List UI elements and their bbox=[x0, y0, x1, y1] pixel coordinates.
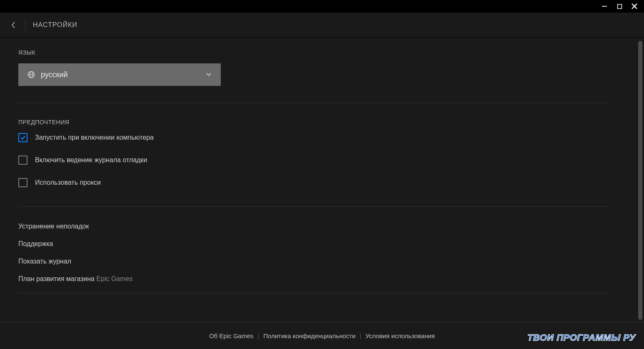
divider bbox=[18, 103, 610, 103]
link-label: Поддержка bbox=[18, 240, 53, 247]
header-divider bbox=[25, 20, 25, 30]
scrollbar-thumb[interactable] bbox=[638, 41, 642, 320]
app-window: НАСТРОЙКИ ЯЗЫК русский ПРЕДПОЧТЕНИЯ bbox=[0, 0, 644, 349]
footer-divider: | bbox=[257, 332, 259, 339]
pref-row-startup: Запустить при включении компьютера bbox=[18, 133, 623, 142]
link-support[interactable]: Поддержка bbox=[18, 240, 623, 248]
chevron-left-icon bbox=[11, 21, 16, 29]
divider bbox=[18, 293, 610, 293]
chevron-down-icon bbox=[206, 71, 212, 78]
footer-terms-link[interactable]: Условия использования bbox=[365, 332, 435, 339]
link-label: Устранение неполадок bbox=[18, 223, 89, 230]
footer: Об Epic Games | Политика конфиденциально… bbox=[0, 322, 644, 349]
divider bbox=[18, 206, 610, 207]
titlebar bbox=[0, 0, 644, 13]
settings-content: ЯЗЫК русский ПРЕДПОЧТЕНИЯ Запустить при … bbox=[0, 38, 644, 349]
footer-about-link[interactable]: Об Epic Games bbox=[209, 332, 253, 339]
content-wrapper: ЯЗЫК русский ПРЕДПОЧТЕНИЯ Запустить при … bbox=[0, 38, 644, 349]
pref-label: Запустить при включении компьютера bbox=[35, 134, 154, 141]
checkbox-proxy[interactable] bbox=[18, 178, 27, 187]
pref-label: Использовать прокси bbox=[35, 179, 101, 186]
footer-divider: | bbox=[359, 332, 361, 339]
pref-row-debug-log: Включить ведение журнала отладки bbox=[18, 156, 623, 165]
checkbox-debug-log[interactable] bbox=[18, 156, 27, 165]
check-icon bbox=[20, 135, 26, 141]
page-header: НАСТРОЙКИ bbox=[0, 13, 644, 38]
globe-icon bbox=[27, 71, 35, 78]
language-dropdown[interactable]: русский bbox=[18, 63, 221, 86]
pref-row-proxy: Использовать прокси bbox=[18, 178, 623, 187]
close-icon bbox=[631, 3, 638, 10]
language-section-label: ЯЗЫК bbox=[18, 49, 623, 56]
minimize-icon bbox=[602, 3, 607, 9]
footer-privacy-link[interactable]: Политика конфиденциальности bbox=[263, 332, 355, 339]
back-button[interactable] bbox=[7, 19, 19, 31]
link-roadmap[interactable]: План развития магазина Epic Games bbox=[18, 275, 623, 283]
pref-label: Включить ведение журнала отладки bbox=[35, 156, 147, 164]
preferences-section-label: ПРЕДПОЧТЕНИЯ bbox=[18, 119, 623, 126]
window-minimize-button[interactable] bbox=[600, 2, 609, 11]
page-title: НАСТРОЙКИ bbox=[33, 21, 77, 29]
link-label: План развития магазина bbox=[18, 275, 96, 282]
link-show-journal[interactable]: Показать журнал bbox=[18, 258, 623, 265]
window-maximize-button[interactable] bbox=[615, 2, 624, 11]
maximize-icon bbox=[617, 4, 622, 9]
link-label-muted: Epic Games bbox=[96, 275, 132, 282]
svg-rect-1 bbox=[617, 4, 622, 8]
link-label: Показать журнал bbox=[18, 258, 71, 265]
language-selected-value: русский bbox=[41, 70, 68, 79]
checkbox-startup[interactable] bbox=[18, 133, 27, 142]
window-close-button[interactable] bbox=[630, 2, 639, 11]
link-troubleshooting[interactable]: Устранение неполадок bbox=[18, 223, 623, 230]
scrollbar[interactable] bbox=[638, 41, 642, 320]
